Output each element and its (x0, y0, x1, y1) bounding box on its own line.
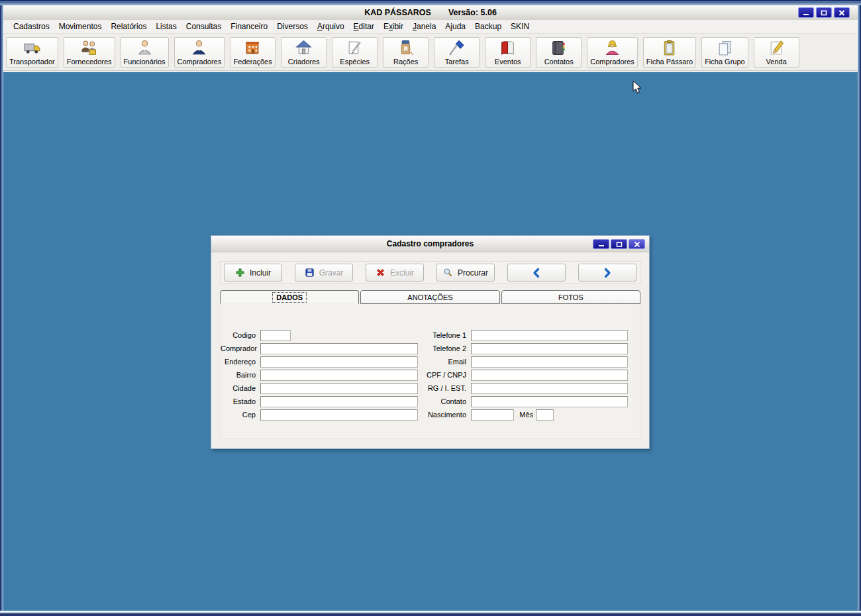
toolbar-federacoes[interactable]: Federações (230, 37, 276, 68)
mdi-client-area: Cadastro compradores Incl (3, 71, 858, 611)
toolbar-label: Contatos (544, 58, 574, 66)
bairro-field[interactable] (260, 370, 418, 381)
tab-dados[interactable]: DADOS (220, 290, 359, 304)
documents-icon (716, 39, 734, 57)
toolbar-especies[interactable]: Espécies (332, 37, 378, 68)
contato-field[interactable] (471, 396, 628, 407)
toolbar-racoes[interactable]: Rações (383, 37, 429, 68)
toolbar-label: Funcionários (124, 58, 166, 66)
menu-diversos[interactable]: Diversos (272, 20, 313, 33)
toolbar-ficha-grupo[interactable]: Ficha Grupo (701, 37, 748, 68)
menu-skin[interactable]: SKIN (506, 20, 534, 33)
procurar-button[interactable]: Procurar (436, 264, 495, 282)
email-label: Email (419, 358, 466, 366)
procurar-label: Procurar (458, 268, 488, 278)
cpf-cnpj-field[interactable] (471, 370, 628, 381)
toolbar-ficha-passaro[interactable]: Ficha Pássaro (643, 37, 696, 68)
toolbar-compradores[interactable]: Compradores (174, 37, 225, 68)
incluir-button[interactable]: Incluir (224, 264, 282, 282)
minimize-button[interactable] (798, 7, 814, 18)
menu-relatorios[interactable]: Relatórios (106, 20, 151, 33)
menu-editar[interactable]: Editar (349, 20, 379, 33)
nascimento-field[interactable] (471, 409, 514, 421)
previous-record-button[interactable] (507, 264, 566, 282)
menu-financeiro[interactable]: Financeiro (226, 20, 272, 33)
toolbar-tarefas[interactable]: Tarefas (434, 37, 480, 68)
toolbar-compradores-2[interactable]: Compradores (587, 37, 638, 68)
toolbar-label: Tarefas (445, 58, 469, 66)
toolbar-fornecedores[interactable]: Fornecedores (64, 37, 115, 68)
menu-arquivo[interactable]: Arquivo (313, 20, 349, 33)
estado-field[interactable] (260, 396, 418, 407)
toolbar-label: Criadores (288, 58, 320, 66)
maximize-button[interactable] (816, 7, 832, 18)
dialog-minimize-button[interactable] (593, 239, 609, 249)
telefone1-field[interactable] (471, 330, 628, 341)
mes-field[interactable] (536, 409, 554, 421)
menu-janela[interactable]: Janela (408, 20, 440, 33)
gravar-button[interactable]: Gravar (295, 264, 353, 282)
tab-anotacoes[interactable]: ANOTAÇÕES (360, 290, 499, 304)
menu-bar: Cadastros Movimentos Relatórios Listas C… (3, 20, 858, 34)
red-book-icon (499, 39, 517, 57)
dialog-maximize-button[interactable] (611, 239, 627, 249)
toolbar-criadores[interactable]: Criadores (281, 37, 327, 68)
close-icon (634, 240, 640, 249)
toolbar-eventos[interactable]: Eventos (485, 37, 531, 68)
tab-label: FOTOS (558, 293, 583, 301)
toolbar-funcionarios[interactable]: Funcionários (121, 37, 169, 68)
comprador-label: Comprador (221, 344, 256, 352)
magnifier-icon (443, 268, 453, 278)
codigo-field[interactable] (260, 330, 291, 341)
close-button[interactable] (834, 7, 850, 18)
menu-exibir[interactable]: Exibir (379, 20, 408, 33)
chevron-left-icon (531, 268, 542, 278)
chevron-right-icon (602, 268, 613, 278)
telefone1-label: Telefone 1 (419, 331, 466, 339)
rg-iest-field[interactable] (471, 383, 628, 394)
window-border-top (0, 0, 861, 5)
nascimento-label: Nascimento (419, 411, 466, 419)
suppliers-icon (80, 39, 98, 57)
window-border-right (858, 5, 861, 611)
dialog-title-bar[interactable]: Cadastro compradores (211, 236, 649, 252)
next-record-button[interactable] (578, 264, 636, 282)
tab-fotos[interactable]: FOTOS (501, 290, 640, 304)
menu-movimentos[interactable]: Movimentos (54, 20, 107, 33)
dialog-close-button[interactable] (629, 239, 645, 249)
menu-listas[interactable]: Listas (151, 20, 181, 33)
email-field[interactable] (471, 356, 628, 368)
dados-tab-content: Codigo Comprador Endereço Bairro (220, 304, 640, 438)
toolbar-contatos[interactable]: Contatos (536, 37, 582, 68)
toolbar-transportador[interactable]: Transportador (6, 37, 58, 68)
excluir-label: Excluir (390, 268, 414, 278)
comprador-field[interactable] (260, 343, 418, 354)
menu-consultas[interactable]: Consultas (181, 20, 226, 33)
menu-backup[interactable]: Backup (470, 20, 506, 33)
dialog-button-bar: Incluir Gravar Excluir Procurar (220, 261, 640, 284)
house-icon (295, 39, 313, 57)
woman-icon (603, 39, 621, 57)
contato-label: Contato (419, 397, 466, 405)
cep-field[interactable] (260, 409, 418, 421)
plus-icon (235, 268, 245, 278)
building-icon (244, 39, 262, 57)
title-bar: KAD PÁSSAROS Versão: 5.06 (3, 5, 858, 20)
menu-ajuda[interactable]: Ajuda (440, 20, 470, 33)
menu-cadastros[interactable]: Cadastros (9, 20, 54, 33)
floppy-icon (305, 268, 315, 278)
telefone2-field[interactable] (471, 343, 628, 354)
toolbar-label: Venda (766, 58, 787, 66)
endereco-field[interactable] (260, 356, 418, 368)
red-x-icon (376, 268, 385, 278)
toolbar-venda[interactable]: Venda (754, 37, 799, 68)
rg-iest-label: RG / I. EST. (419, 384, 466, 392)
excluir-button[interactable]: Excluir (366, 264, 424, 282)
toolbar-label: Ficha Pássaro (646, 58, 693, 66)
cidade-field[interactable] (260, 383, 418, 394)
toolbar-label: Federações (234, 58, 272, 66)
endereco-label: Endereço (221, 358, 256, 366)
codigo-label: Codigo (221, 331, 256, 339)
screwdriver-icon (448, 39, 466, 57)
paper-pencil-icon (346, 39, 364, 57)
